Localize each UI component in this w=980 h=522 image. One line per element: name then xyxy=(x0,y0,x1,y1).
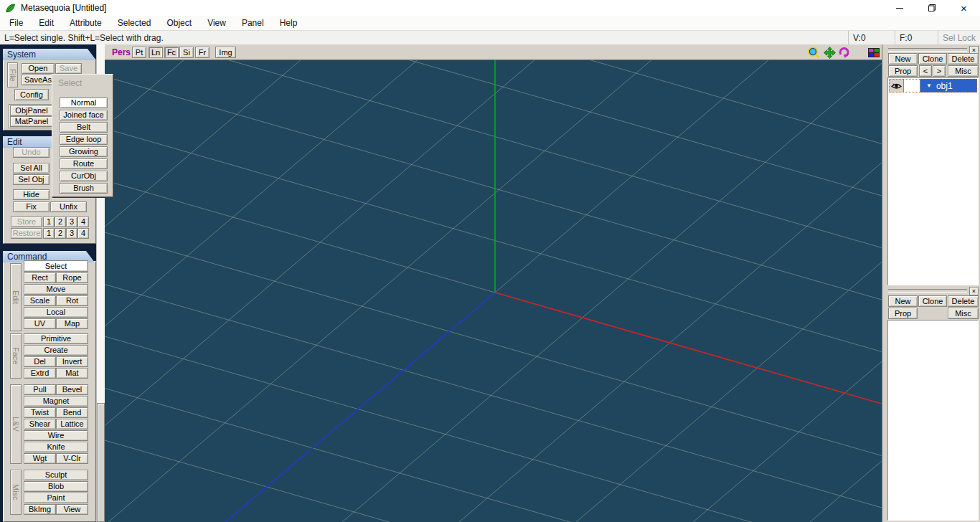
bkimg-button[interactable]: BkImg xyxy=(24,504,56,515)
uv-button[interactable]: UV xyxy=(24,318,56,329)
primitive-button[interactable]: Primitive xyxy=(24,333,88,344)
view-mode-label[interactable]: Pers xyxy=(112,47,131,57)
select-mode-growing[interactable]: Growing xyxy=(60,146,108,157)
restore-slot-2[interactable]: 2 xyxy=(55,228,66,239)
object-name-cell[interactable]: ▼ obj1 xyxy=(920,79,977,92)
rot-button[interactable]: Rot xyxy=(56,295,88,306)
object-misc-button[interactable]: Misc xyxy=(948,65,979,77)
knife-button[interactable]: Knife xyxy=(24,442,88,452)
menu-view[interactable]: View xyxy=(199,16,234,30)
sculpt-button[interactable]: Sculpt xyxy=(24,470,88,480)
menu-selected[interactable]: Selected xyxy=(110,16,159,30)
close-button[interactable]: × xyxy=(948,0,980,16)
toggle-faces-button[interactable]: Fc xyxy=(164,47,179,58)
object-list-item[interactable]: ▼ obj1 xyxy=(889,79,977,92)
img-button[interactable]: Img xyxy=(215,47,236,58)
material-new-button[interactable]: New xyxy=(888,295,918,307)
material-clone-button[interactable]: Clone xyxy=(918,295,947,307)
hide-button[interactable]: Hide xyxy=(13,189,50,200)
material-panel-close-button[interactable]: × xyxy=(969,287,979,295)
bevel-button[interactable]: Bevel xyxy=(56,384,88,395)
save-button[interactable]: Save xyxy=(55,63,82,74)
scale-button[interactable]: Scale xyxy=(24,295,56,306)
toggle-points-button[interactable]: Pt xyxy=(132,47,146,58)
sel-obj-button[interactable]: Sel Obj xyxy=(13,174,50,185)
object-new-button[interactable]: New xyxy=(888,53,918,65)
sidebar-scrollbar-thumb[interactable] xyxy=(97,403,105,522)
bend-button[interactable]: Bend xyxy=(56,407,88,418)
map-button[interactable]: Map xyxy=(56,318,88,329)
select-mode-normal[interactable]: Normal xyxy=(60,98,108,108)
toggle-si-button[interactable]: Si xyxy=(179,47,194,58)
move-button[interactable]: Move xyxy=(24,284,88,295)
wire-button[interactable]: Wire xyxy=(24,430,88,441)
restore-slot-1[interactable]: 1 xyxy=(43,228,55,239)
select-mode-joined-face[interactable]: Joined face xyxy=(60,110,108,120)
matpanel-button[interactable]: MatPanel xyxy=(10,116,53,127)
object-next-button[interactable]: > xyxy=(933,65,946,77)
lattice-button[interactable]: Lattice xyxy=(56,419,88,430)
select-mode-curobj[interactable]: CurObj xyxy=(60,171,108,181)
store-button[interactable]: Store xyxy=(11,217,42,227)
rope-button[interactable]: Rope xyxy=(56,272,88,283)
toggle-lines-button[interactable]: Ln xyxy=(149,47,163,58)
object-panel-grip[interactable] xyxy=(888,48,967,52)
zoom-tool-icon[interactable] xyxy=(807,47,820,58)
blob-button[interactable]: Blob xyxy=(24,481,88,492)
toggle-fr-button[interactable]: Fr xyxy=(195,47,209,58)
sel-all-button[interactable]: Sel All xyxy=(13,163,50,174)
wgt-button[interactable]: Wgt xyxy=(24,453,56,464)
twist-button[interactable]: Twist xyxy=(24,407,56,418)
pan-tool-icon[interactable] xyxy=(823,47,836,58)
material-prop-button[interactable]: Prop xyxy=(888,308,918,319)
store-slot-2[interactable]: 2 xyxy=(55,217,66,227)
saveas-button[interactable]: SaveAs xyxy=(22,75,55,85)
select-mode-edge-loop[interactable]: Edge loop xyxy=(60,134,108,145)
undo-button[interactable]: Undo xyxy=(13,147,50,158)
fix-button[interactable]: Fix xyxy=(13,201,50,212)
pull-button[interactable]: Pull xyxy=(24,384,56,395)
config-button[interactable]: Config xyxy=(14,89,49,100)
menu-object[interactable]: Object xyxy=(159,16,199,30)
select-mode-belt[interactable]: Belt xyxy=(60,122,108,133)
menu-attribute[interactable]: Attribute xyxy=(62,16,110,30)
select-mode-route[interactable]: Route xyxy=(60,158,108,169)
minimize-button[interactable] xyxy=(883,0,915,16)
select-command-button[interactable]: Select xyxy=(24,260,88,272)
restore-button[interactable] xyxy=(915,0,948,16)
select-mode-brush[interactable]: Brush xyxy=(60,183,108,194)
object-prop-button[interactable]: Prop xyxy=(888,65,918,77)
open-button[interactable]: Open xyxy=(22,63,55,74)
material-panel-grip[interactable] xyxy=(888,289,967,293)
store-slot-4[interactable]: 4 xyxy=(77,217,89,227)
store-slot-1[interactable]: 1 xyxy=(43,217,55,227)
sel-lock-indicator[interactable]: Sel Lock xyxy=(938,31,980,44)
local-button[interactable]: Local xyxy=(24,307,88,318)
invert-button[interactable]: Invert xyxy=(56,356,88,367)
rect-button[interactable]: Rect xyxy=(24,272,56,283)
lock-toggle-cell[interactable] xyxy=(904,79,920,92)
object-clone-button[interactable]: Clone xyxy=(918,53,947,65)
restore-slot-3[interactable]: 3 xyxy=(66,228,77,239)
del-button[interactable]: Del xyxy=(24,356,56,367)
object-delete-button[interactable]: Delete xyxy=(948,53,979,65)
object-list[interactable]: ▼ obj1 xyxy=(887,77,979,285)
visibility-toggle[interactable] xyxy=(889,79,904,92)
paint-button[interactable]: Paint xyxy=(24,493,88,503)
magnet-button[interactable]: Magnet xyxy=(24,396,88,407)
create-button[interactable]: Create xyxy=(24,345,88,356)
restore-button[interactable]: Restore xyxy=(11,228,42,239)
vclr-button[interactable]: V-Clr xyxy=(56,453,88,464)
palette-icon[interactable] xyxy=(867,47,880,58)
object-prev-button[interactable]: < xyxy=(919,65,932,77)
unfix-button[interactable]: Unfix xyxy=(50,201,87,212)
restore-slot-4[interactable]: 4 xyxy=(77,228,89,239)
material-misc-button[interactable]: Misc xyxy=(948,308,979,319)
extrd-button[interactable]: Extrd xyxy=(24,368,56,379)
menu-panel[interactable]: Panel xyxy=(234,16,272,30)
objpanel-button[interactable]: ObjPanel xyxy=(10,105,53,116)
menu-edit[interactable]: Edit xyxy=(31,16,62,30)
store-slot-3[interactable]: 3 xyxy=(66,217,77,227)
menu-file[interactable]: File xyxy=(1,16,31,30)
rotate-tool-icon[interactable] xyxy=(837,47,850,58)
